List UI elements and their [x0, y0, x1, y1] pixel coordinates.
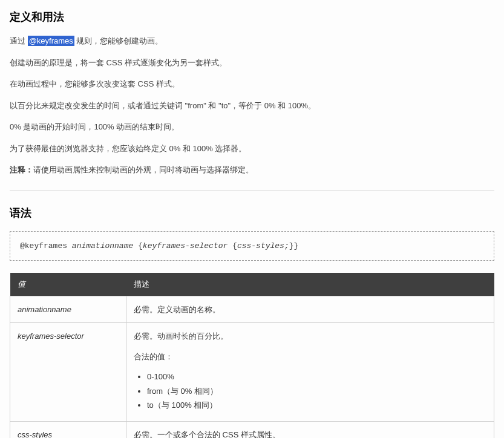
code-prefix: @keyframes — [20, 241, 72, 250]
table-cell-desc: 必需。动画时长的百分比。 合法的值： 0-100% from（与 0% 相同） … — [126, 323, 494, 422]
def-paragraph-note: 注释：请使用动画属性来控制动画的外观，同时将动画与选择器绑定。 — [10, 164, 494, 176]
table-header-value: 值 — [10, 273, 126, 296]
code-animationname: animationname — [72, 241, 133, 250]
table-cell-desc: 必需。定义动画的名称。 — [126, 296, 494, 323]
def-paragraph-4: 以百分比来规定改变发生的时间，或者通过关键词 "from" 和 "to"，等价于… — [10, 100, 494, 112]
def-paragraph-1: 通过 @keyframes 规则，您能够创建动画。 — [10, 35, 494, 47]
keyframes-highlight: @keyframes — [28, 36, 74, 46]
syntax-code-block: @keyframes animationname {keyframes-sele… — [10, 231, 494, 261]
table-header-desc: 描述 — [126, 273, 494, 296]
section-heading-definition: 定义和用法 — [10, 10, 494, 24]
code-end: }} — [289, 241, 299, 250]
section-heading-syntax: 语法 — [10, 206, 494, 220]
code-mid2: { — [227, 241, 237, 250]
table-row: css-styles 必需。一个或多个合法的 CSS 样式属性。 — [10, 421, 494, 438]
row2-value-list: 0-100% from（与 0% 相同） to（与 100% 相同） — [134, 371, 486, 411]
code-mid: { — [133, 241, 143, 250]
table-cell-value: keyframes-selector — [10, 323, 126, 422]
section-divider — [10, 191, 494, 191]
note-text: 请使用动画属性来控制动画的外观，同时将动画与选择器绑定。 — [33, 165, 254, 174]
list-item: from（与 0% 相同） — [147, 385, 486, 397]
p1-post: 规则，您能够创建动画。 — [74, 36, 163, 45]
def-paragraph-6: 为了获得最佳的浏览器支持，您应该始终定义 0% 和 100% 选择器。 — [10, 143, 494, 155]
def-paragraph-3: 在动画过程中，您能够多次改变这套 CSS 样式。 — [10, 78, 494, 90]
def-paragraph-2: 创建动画的原理是，将一套 CSS 样式逐渐变化为另一套样式。 — [10, 57, 494, 69]
table-row: animationname 必需。定义动画的名称。 — [10, 296, 494, 323]
def-paragraph-5: 0% 是动画的开始时间，100% 动画的结束时间。 — [10, 121, 494, 133]
note-label: 注释： — [10, 165, 33, 174]
table-cell-value: css-styles — [10, 421, 126, 438]
code-css-styles: css-styles; — [237, 241, 289, 250]
list-item: 0-100% — [147, 371, 486, 383]
code-keyframes-selector: keyframes-selector — [143, 241, 227, 250]
table-row: keyframes-selector 必需。动画时长的百分比。 合法的值： 0-… — [10, 323, 494, 422]
row2-desc-p1: 必需。动画时长的百分比。 — [134, 330, 486, 342]
list-item: to（与 100% 相同） — [147, 399, 486, 411]
syntax-table: 值 描述 animationname 必需。定义动画的名称。 keyframes… — [10, 273, 494, 439]
table-cell-value: animationname — [10, 296, 126, 323]
row2-desc-p2: 合法的值： — [134, 351, 486, 363]
p1-pre: 通过 — [10, 36, 28, 45]
table-cell-desc: 必需。一个或多个合法的 CSS 样式属性。 — [126, 421, 494, 438]
